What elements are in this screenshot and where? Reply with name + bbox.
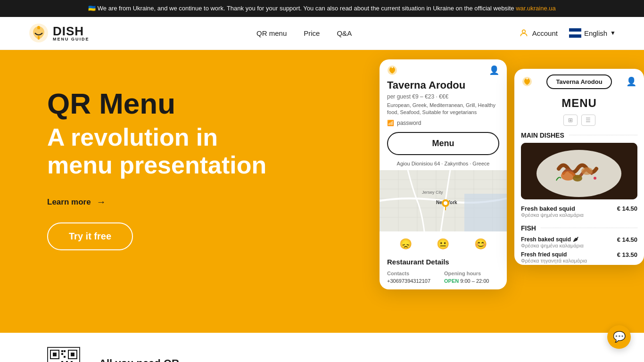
main-dishes-header: MAIN DISHES [514, 132, 644, 143]
svg-rect-44 [64, 350, 66, 352]
svg-point-35 [573, 175, 582, 181]
header-right: Account English ▼ [519, 28, 616, 38]
language-label: English [584, 29, 607, 37]
nav-qr-menu[interactable]: QR menu [256, 29, 287, 37]
hours-value: OPEN 9:00 – 22:00 [444, 278, 499, 284]
ratings-row: 😞 😐 😊 [380, 231, 507, 254]
svg-point-34 [581, 167, 593, 175]
logo-icon [28, 23, 49, 43]
account-label: Account [532, 29, 558, 37]
svg-text:Jersey City: Jersey City [422, 190, 443, 195]
list-view-btn[interactable]: ☰ [581, 115, 595, 126]
main-dishes-title: MAIN DISHES [521, 132, 564, 139]
menu-button-phone[interactable]: Menu [387, 132, 499, 155]
arrow-icon: → [97, 197, 106, 207]
hero-content: QR Menu A revolution in menu presentatio… [47, 78, 283, 251]
main-nav: QR menu Price Q&A [256, 29, 352, 37]
restaurant-address: Agiou Dionisiou 64 · Zakynthos · Greece [380, 161, 507, 170]
fish-name-fried-greek: Φρέσκα τηγανητά καλαμάρια [521, 258, 587, 263]
phone-mockup-left: 👤 Taverna Arodou per guest €9 – €23 · €€… [380, 59, 507, 290]
svg-rect-46 [64, 356, 66, 358]
restaurant-details-title: Restaurant Details [380, 254, 507, 271]
fish-divider [541, 228, 637, 228]
chevron-down-icon: ▼ [610, 30, 616, 36]
learn-more-link[interactable]: Learn more → [47, 197, 283, 207]
logo-sub-text: MENU GUIDE [53, 37, 90, 41]
chili-icon: 🌶 [573, 236, 578, 243]
svg-rect-38 [53, 353, 57, 356]
try-free-button[interactable]: Try it free [47, 222, 133, 250]
phone-logo-small [387, 65, 397, 75]
map-placeholder: Jersey City New York [380, 170, 507, 231]
fish-item-fried-squid: Fresh fried squid Φρέσκα τηγανητά καλαμά… [514, 250, 644, 265]
contacts-label: Contacts [387, 271, 442, 276]
phone-mockups: 👤 Taverna Arodou per guest €9 – €23 · €€… [380, 59, 644, 290]
logo-dish-text: DISH [53, 25, 90, 37]
banner-text: 🇺🇦 We are from Ukraine, and we continue … [88, 5, 514, 12]
food-image-squid [521, 143, 637, 199]
phone-number: +30697394312107 [387, 278, 442, 284]
svg-point-32 [537, 150, 621, 197]
svg-rect-40 [71, 353, 74, 356]
fish-name-baked: Fresh baked squid 🌶 [521, 236, 584, 243]
svg-point-27 [444, 201, 447, 205]
food-name-baked-squid: Fresh baked squid [521, 205, 584, 212]
svg-rect-8 [569, 34, 581, 38]
learn-more-text: Learn more [47, 197, 91, 207]
food-price-baked-squid: € 14.50 [617, 205, 637, 212]
svg-rect-6 [569, 28, 581, 32]
section-divider [569, 135, 637, 135]
restaurant-tags: European, Greek, Mediterranean, Grill, H… [380, 102, 507, 120]
restaurant-name-left: Taverna Arodou [380, 79, 507, 93]
hours-text: 9:00 – 22:00 [460, 278, 489, 284]
banner-link[interactable]: war.ukraine.ua [516, 5, 556, 12]
menu-title-right: MENU [514, 93, 644, 115]
site-header: DISH MENU GUIDE QR menu Price Q&A Accoun… [0, 17, 644, 50]
svg-rect-2 [37, 28, 40, 29]
phone-right-person-icon: 👤 [626, 76, 636, 87]
opening-label: Opening hours [444, 271, 499, 276]
fish-name-fried: Fresh fried squid [521, 251, 587, 258]
fish-price-fried: € 13.50 [617, 251, 637, 258]
announcement-banner: 🇺🇦 We are from Ukraine, and we continue … [0, 0, 644, 17]
language-selector[interactable]: English ▼ [569, 28, 616, 38]
hero-subtitle: A revolution in menu presentation [47, 123, 283, 180]
phone-mockup-right: Taverna Arodou 👤 MENU ⊞ ☰ MAIN DISHES [514, 69, 644, 265]
food-name-baked-squid-greek: Φρέσκα ψημένα καλαμάρια [521, 212, 584, 218]
squid-image [521, 143, 637, 199]
phone-right-logo [522, 76, 532, 87]
svg-rect-7 [569, 32, 581, 34]
qr-code [47, 347, 80, 362]
bottom-teaser: All you need QR [0, 333, 644, 362]
svg-rect-43 [61, 350, 63, 352]
chat-bubble-button[interactable]: 💬 [607, 325, 631, 349]
fish-item-baked-squid: Fresh baked squid 🌶 Φρέσκα ψημένα καλαμά… [514, 235, 644, 250]
svg-point-36 [594, 177, 596, 180]
open-status: OPEN [444, 278, 459, 284]
taverna-pill: Taverna Arodou [546, 74, 611, 89]
chat-icon: 💬 [613, 331, 626, 343]
svg-point-30 [527, 78, 528, 80]
svg-point-4 [522, 30, 525, 33]
svg-rect-45 [61, 353, 63, 355]
restaurant-price: per guest €9 – €23 · €€€ [380, 93, 507, 102]
globe-icon [569, 28, 581, 38]
wifi-icon: 📶 [387, 120, 394, 126]
phone-person-icon: 👤 [489, 65, 499, 75]
fish-header: FISH [514, 220, 644, 235]
account-button[interactable]: Account [519, 28, 558, 38]
grid-view-btn[interactable]: ⊞ [563, 115, 578, 126]
nav-price[interactable]: Price [304, 29, 320, 37]
map-svg: Jersey City New York [380, 170, 507, 231]
rating-sad-icon: 😞 [399, 238, 412, 250]
phone-right-header: Taverna Arodou 👤 [514, 69, 644, 93]
fish-price-baked: € 14.50 [617, 236, 637, 243]
restaurant-details-grid: Contacts Opening hours +30697394312107 O… [380, 271, 507, 289]
restaurant-wifi: 📶 password [380, 120, 507, 132]
logo-link[interactable]: DISH MENU GUIDE [28, 23, 90, 43]
svg-rect-3 [38, 36, 40, 40]
svg-rect-23 [464, 194, 507, 231]
rating-neutral-icon: 😐 [437, 238, 449, 250]
hero-title: QR Menu [47, 88, 283, 120]
nav-qa[interactable]: Q&A [337, 29, 352, 37]
